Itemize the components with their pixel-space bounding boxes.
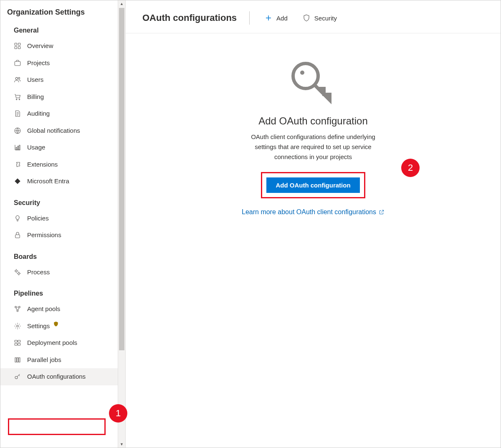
svg-point-28 [293, 63, 318, 89]
learn-more-label: Learn more about OAuth client configurat… [242, 208, 376, 216]
add-oauth-configuration-button[interactable]: Add OAuth configuration [266, 177, 359, 193]
callout-marker-2: 2 [401, 159, 420, 177]
add-button-label: Add [276, 15, 288, 22]
sidebar-item-usage[interactable]: Usage [0, 139, 125, 156]
sidebar-scroll: General Overview Projects Users [0, 23, 125, 448]
sidebar-item-microsoft-entra[interactable]: Microsoft Entra [0, 173, 125, 190]
sidebar-item-label: Parallel jobs [27, 355, 61, 365]
sidebar-item

-parallel-jobs[interactable]: Parallel jobs [0, 352, 125, 369]
scrollbar-thumb[interactable] [119, 8, 124, 350]
shield-warning-icon [53, 321, 59, 327]
scroll-up-arrow-icon[interactable]: ▲ [118, 0, 125, 7]
svg-rect-2 [15, 47, 17, 49]
security-button[interactable]: Security [300, 13, 339, 23]
sidebar-item-oauth-configurations[interactable]: OAuth configurations [0, 368, 125, 385]
divider [249, 11, 250, 25]
shield-icon [303, 14, 310, 22]
entra-icon [14, 177, 21, 185]
sidebar-item-overview[interactable]: Overview [0, 38, 125, 55]
section-heading-pipelines: Pipelines [0, 281, 125, 301]
key-icon [14, 373, 21, 380]
sidebar-item-label: Deployment pools [27, 338, 77, 348]
puzzle-icon [14, 161, 21, 168]
empty-state: Add OAuth configuration OAuth client con… [126, 33, 501, 216]
svg-rect-25 [17, 358, 18, 362]
svg-point-6 [18, 78, 20, 79]
sidebar-item-process[interactable]: Process [0, 264, 125, 281]
bulb-icon [14, 215, 21, 222]
sidebar-item-deployment-pools[interactable]: Deployment pools [0, 334, 125, 352]
pool-icon [14, 305, 21, 313]
parallel-icon [14, 356, 21, 364]
sidebar-item-label: Process [27, 268, 50, 277]
main-content: OAuth configurations Add Security Add OA… [126, 0, 501, 448]
add-button[interactable]: Add [262, 13, 290, 23]
svg-point-16 [15, 306, 17, 308]
document-icon [14, 110, 21, 117]
svg-point-8 [19, 99, 20, 100]
cart-icon [14, 93, 21, 101]
sidebar-item-policies[interactable]: Policies [0, 210, 125, 227]
sidebar-item-label: Billing [27, 92, 44, 102]
sidebar-item-label: Projects [27, 58, 50, 68]
sidebar-item-permissions[interactable]: Permissions [0, 227, 125, 244]
sidebar-title: Organization Settings [0, 0, 125, 23]
svg-rect-23 [18, 344, 20, 346]
sidebar-item-label: Global notifications [27, 126, 80, 136]
sidebar-item-label: Permissions [27, 230, 61, 240]
svg-rect-11 [18, 146, 18, 150]
svg-point-19 [17, 325, 19, 327]
svg-rect-1 [18, 43, 20, 46]
svg-point-27 [15, 377, 18, 379]
sidebar-item-users[interactable]: Users [0, 71, 125, 89]
svg-rect-0 [15, 43, 17, 46]
svg-point-18 [17, 310, 18, 312]
sidebar-item-label: Policies [27, 214, 49, 223]
sidebar-item-extensions[interactable]: Extensions [0, 156, 125, 173]
sidebar-item-label: Extensions [27, 160, 58, 170]
sidebar-item-agent-pools[interactable]: Agent pools [0, 301, 125, 318]
svg-point-29 [300, 71, 304, 75]
svg-point-7 [16, 99, 17, 100]
svg-rect-20 [15, 340, 17, 342]
scroll-down-arrow-icon[interactable]: ▼ [118, 441, 125, 448]
security-button-label: Security [314, 15, 337, 22]
sidebar-item-settings[interactable]: Settings [0, 318, 125, 335]
svg-rect-12 [19, 145, 20, 150]
svg-rect-4 [15, 61, 20, 66]
main-header: OAuth configurations Add Security [126, 0, 501, 33]
svg-rect-24 [15, 358, 16, 362]
svg-rect-13 [15, 235, 20, 238]
callout-box-2: Add OAuth configuration [261, 172, 365, 198]
sidebar-item-label: Users [27, 75, 43, 85]
section-heading-general: General [0, 23, 125, 38]
svg-rect-10 [16, 147, 17, 150]
sidebar-item-auditing[interactable]: Auditing [0, 105, 125, 122]
svg-rect-21 [18, 340, 20, 342]
gear-icon [14, 322, 21, 330]
sidebar: Organization Settings General Overview P… [0, 0, 126, 448]
globe-icon [14, 127, 21, 134]
servers-icon [14, 339, 21, 347]
sidebar-item-label: Overview [27, 41, 53, 51]
sidebar-scrollbar[interactable]: ▲ ▼ [118, 0, 125, 448]
sidebar-item-label: OAuth configurations [27, 372, 86, 382]
section-heading-boards: Boards [0, 244, 125, 264]
sidebar-item-label: Microsoft Entra [27, 177, 69, 186]
empty-state-description: OAuth client configurations define under… [246, 132, 380, 162]
empty-state-title: Add OAuth configuration [258, 115, 368, 127]
sidebar-item-global-notifications[interactable]: Global notifications [0, 122, 125, 139]
grid-icon [14, 42, 21, 50]
svg-point-14 [15, 270, 18, 272]
users-icon [14, 76, 21, 84]
svg-point-17 [19, 306, 20, 308]
chart-icon [14, 144, 21, 151]
key-large-icon [288, 58, 338, 109]
sidebar-item-billing[interactable]: Billing [0, 89, 125, 106]
sidebar-item-label: Agent pools [27, 304, 60, 314]
section-heading-security: Security [0, 190, 125, 210]
page-title: OAuth configurations [142, 13, 237, 23]
learn-more-link[interactable]: Learn more about OAuth client configurat… [242, 208, 385, 216]
sidebar-item-projects[interactable]: Projects [0, 55, 125, 72]
gear-group-icon [14, 268, 21, 276]
